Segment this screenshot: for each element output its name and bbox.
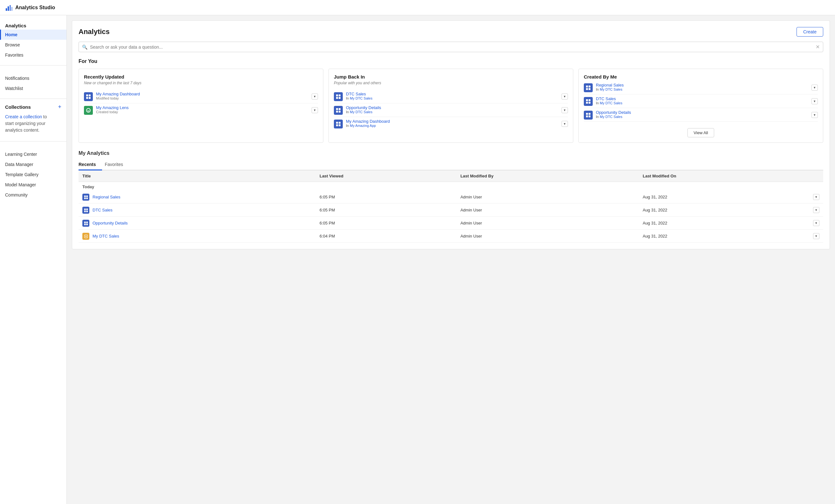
created-by-me-item-name-2[interactable]: Opportunity Details (596, 110, 631, 115)
jump-back-item-0: DTC Sales In My DTC Sales ▾ (334, 90, 568, 103)
tabs-row: Recents Favorites (79, 159, 823, 170)
sidebar-item-data-manager[interactable]: Data Manager (0, 159, 66, 169)
svg-rect-20 (339, 124, 341, 126)
create-button[interactable]: Create (796, 27, 823, 37)
recently-updated-item-0: My Amazing Dashboard Modified today ▾ (84, 90, 318, 103)
svg-rect-23 (586, 88, 588, 90)
table-row: Opportunity Details 6:05 PM Admin User A… (79, 217, 823, 229)
create-collection-link[interactable]: Create a collection (5, 114, 42, 119)
svg-rect-38 (86, 208, 88, 210)
collections-add-button[interactable]: + (58, 104, 61, 110)
svg-rect-11 (336, 97, 338, 99)
sidebar-item-model-manager[interactable]: Model Manager (0, 180, 66, 190)
jump-back-in-subtitle: Popular with you and others (334, 81, 568, 85)
sidebar-item-home[interactable]: Home (0, 29, 66, 40)
jump-back-item-link-0[interactable]: My DTC Sales (350, 96, 372, 100)
row-title-link-3[interactable]: My DTC Sales (93, 234, 119, 239)
created-by-me-link-0[interactable]: My DTC Sales (600, 87, 622, 91)
main-content: Analytics Create 🔍 ✕ For You Recently Up… (67, 15, 835, 504)
collections-title: Collections (5, 104, 31, 110)
tab-recents[interactable]: Recents (79, 159, 102, 170)
created-by-me-dropdown-1[interactable]: ▾ (812, 98, 818, 104)
recently-updated-item-name-0[interactable]: My Amazing Dashboard (96, 92, 140, 96)
app-title: Analytics Studio (15, 5, 55, 11)
svg-rect-7 (89, 97, 90, 99)
sidebar: Analytics Home Browse Favorites Notifica… (0, 15, 67, 504)
title-cell-2: Opportunity Details (79, 217, 316, 229)
created-by-me-item-name-1[interactable]: DTC Sales (596, 96, 622, 101)
created-by-me-link-2[interactable]: My DTC Sales (600, 115, 622, 119)
created-by-me-item-name-0[interactable]: Regional Sales (596, 83, 624, 87)
svg-rect-28 (589, 102, 590, 104)
row-dropdown-1[interactable]: ▾ (813, 207, 819, 213)
sidebar-item-watchlist[interactable]: Watchlist (0, 83, 66, 94)
search-input[interactable] (90, 44, 816, 49)
recently-updated-item-dropdown-1[interactable]: ▾ (312, 107, 318, 113)
search-clear-icon[interactable]: ✕ (816, 44, 820, 50)
search-bar: 🔍 ✕ (79, 42, 823, 52)
title-cell-1: DTC Sales (79, 203, 316, 217)
jump-back-item-sub-1: In My DTC Sales (346, 110, 381, 114)
jump-back-item-2: My Amazing Dashboard In My Amazing App ▾ (334, 117, 568, 130)
created-by-me-link-1[interactable]: My DTC Sales (600, 101, 622, 105)
jump-back-icon-1 (334, 106, 343, 115)
sidebar-item-template-gallery[interactable]: Template Gallery (0, 169, 66, 180)
svg-rect-4 (86, 95, 88, 96)
svg-rect-29 (586, 113, 588, 115)
col-last-viewed: Last Viewed (316, 170, 456, 182)
row-last-modified-by-1: Admin User (456, 203, 639, 217)
table-row: My DTC Sales 6:04 PM Admin User Aug 31, … (79, 229, 823, 243)
sidebar-item-learning-center[interactable]: Learning Center (0, 149, 66, 159)
top-bar: Analytics Studio (0, 0, 835, 15)
jump-back-item-name-1[interactable]: Opportunity Details (346, 105, 381, 110)
jump-back-item-dropdown-2[interactable]: ▾ (562, 121, 568, 127)
view-all-button[interactable]: View All (688, 128, 714, 137)
svg-rect-1 (8, 6, 9, 11)
row-dropdown-2[interactable]: ▾ (813, 220, 819, 226)
svg-rect-42 (86, 221, 88, 223)
table-header: Title Last Viewed Last Modified By Last … (79, 170, 823, 182)
jump-back-item-dropdown-0[interactable]: ▾ (562, 94, 568, 100)
svg-rect-5 (89, 95, 90, 96)
jump-back-item-link-1[interactable]: My DTC Sales (350, 110, 372, 114)
created-by-me-dropdown-2[interactable]: ▾ (812, 112, 818, 118)
recently-updated-item-name-1[interactable]: My Amazing Lens (96, 105, 129, 110)
row-last-modified-by-3: Admin User (456, 229, 639, 243)
jump-back-item-name-2[interactable]: My Amazing Dashboard (346, 119, 390, 124)
lens-icon (84, 106, 93, 115)
jump-back-icon-2 (334, 120, 343, 128)
row-title-link-2[interactable]: Opportunity Details (93, 221, 128, 225)
main-inner: Analytics Create 🔍 ✕ For You Recently Up… (72, 20, 830, 249)
created-by-me-icon-1 (584, 97, 593, 106)
svg-point-8 (86, 108, 90, 112)
row-last-modified-on-0: Aug 31, 2022 ▾ (639, 190, 823, 203)
analytics-section: Analytics Home Browse Favorites (0, 15, 66, 63)
jump-back-item-dropdown-1[interactable]: ▾ (562, 107, 568, 113)
row-last-viewed-3: 6:04 PM (316, 229, 456, 243)
svg-rect-21 (586, 85, 588, 87)
jump-back-item-name-0[interactable]: DTC Sales (346, 92, 372, 96)
row-title-link-1[interactable]: DTC Sales (93, 208, 113, 213)
sidebar-item-notifications[interactable]: Notifications (0, 73, 66, 83)
created-by-me-title: Created By Me (584, 74, 818, 80)
collections-body: Create a collection tostart organizing y… (0, 112, 66, 139)
tab-favorites[interactable]: Favorites (105, 159, 129, 170)
sidebar-item-favorites[interactable]: Favorites (0, 50, 66, 60)
row-dropdown-0[interactable]: ▾ (813, 194, 819, 200)
jump-back-item-link-2[interactable]: My Amazing App (350, 124, 376, 127)
table-body: Today Regional Sales (79, 182, 823, 243)
sidebar-item-browse[interactable]: Browse (0, 40, 66, 50)
sidebar-item-community[interactable]: Community (0, 190, 66, 200)
row-icon-2 (82, 220, 89, 227)
svg-rect-31 (586, 116, 588, 117)
sidebar-divider-1 (0, 65, 66, 65)
created-by-me-dropdown-0[interactable]: ▾ (812, 85, 818, 90)
sidebar-divider-2 (0, 99, 66, 99)
svg-rect-14 (339, 108, 341, 110)
row-title-link-0[interactable]: Regional Sales (93, 195, 120, 199)
svg-rect-22 (589, 85, 590, 87)
group-label-today: Today (79, 182, 823, 191)
svg-rect-12 (339, 97, 341, 99)
row-dropdown-3[interactable]: ▾ (813, 233, 819, 239)
recently-updated-item-dropdown-0[interactable]: ▾ (312, 94, 318, 100)
